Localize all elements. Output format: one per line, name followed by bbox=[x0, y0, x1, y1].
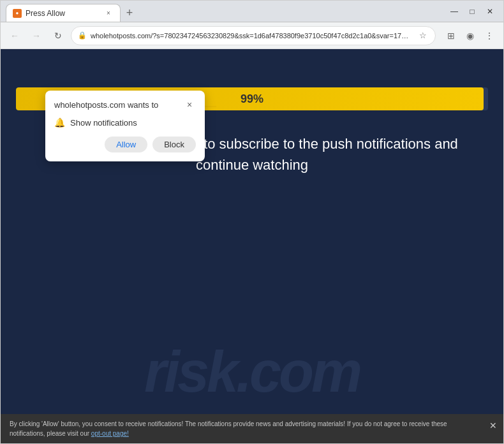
new-tab-button[interactable]: + bbox=[121, 4, 138, 22]
notification-popup: wholehotposts.com wants to × 🔔 Show noti… bbox=[45, 91, 205, 161]
popup-title: wholehotposts.com wants to bbox=[54, 100, 158, 110]
minimize-button[interactable]: — bbox=[446, 3, 463, 20]
tab-title: Press Allow bbox=[26, 9, 100, 18]
active-tab[interactable]: ● Press Allow × bbox=[6, 4, 121, 22]
popup-header: wholehotposts.com wants to × bbox=[54, 98, 196, 111]
block-button[interactable]: Block bbox=[152, 137, 196, 152]
tab-close-button[interactable]: × bbox=[103, 8, 114, 18]
bottom-banner: By clicking 'Allow' button, you consent … bbox=[1, 414, 503, 443]
progress-text: 99% bbox=[241, 93, 263, 106]
popup-close-button[interactable]: × bbox=[183, 98, 196, 111]
refresh-button[interactable]: ↻ bbox=[49, 27, 67, 45]
forward-button[interactable]: → bbox=[27, 27, 45, 45]
profile-button[interactable]: ◉ bbox=[461, 27, 479, 45]
maximize-button[interactable]: □ bbox=[464, 3, 480, 20]
notification-label: Show notifications bbox=[70, 118, 137, 128]
browser-window: ● Press Allow × + — □ ✕ ← → ↻ 🔒 wholehot… bbox=[0, 0, 504, 444]
security-icon: 🔒 bbox=[78, 31, 87, 40]
back-button[interactable]: ← bbox=[6, 27, 24, 45]
popup-notification-row: 🔔 Show notifications bbox=[54, 117, 196, 128]
address-bar: ← → ↻ 🔒 wholehotposts.com/?s=78023472456… bbox=[1, 22, 503, 49]
allow-button[interactable]: Allow bbox=[105, 137, 147, 152]
browser-toolbar-icons: ⊞ ◉ ⋮ bbox=[442, 27, 498, 45]
banner-close-button[interactable]: ✕ bbox=[489, 419, 497, 433]
tab-bar: ● Press Allow × + bbox=[6, 1, 443, 22]
menu-button[interactable]: ⋮ bbox=[480, 27, 498, 45]
page-content: risk.com 99% Click the «Allow» button to… bbox=[1, 49, 503, 443]
opt-out-link[interactable]: opt-out page! bbox=[91, 430, 129, 437]
extensions-button[interactable]: ⊞ bbox=[442, 27, 460, 45]
bookmark-icon[interactable]: ☆ bbox=[417, 30, 429, 41]
tab-favicon: ● bbox=[13, 9, 22, 18]
popup-buttons: Allow Block bbox=[54, 137, 196, 152]
address-box[interactable]: 🔒 wholehotposts.com/?s=78023472456323082… bbox=[71, 26, 436, 45]
address-url: wholehotposts.com/?s=780234724563230829&… bbox=[91, 32, 411, 40]
bell-icon: 🔔 bbox=[54, 117, 65, 128]
window-controls: — □ ✕ bbox=[446, 3, 498, 20]
title-bar: ● Press Allow × + — □ ✕ bbox=[1, 1, 503, 22]
watermark: risk.com bbox=[1, 339, 503, 405]
address-icons: ☆ bbox=[417, 30, 429, 41]
close-window-button[interactable]: ✕ bbox=[482, 3, 498, 20]
banner-text: By clicking 'Allow' button, you consent … bbox=[10, 420, 447, 437]
